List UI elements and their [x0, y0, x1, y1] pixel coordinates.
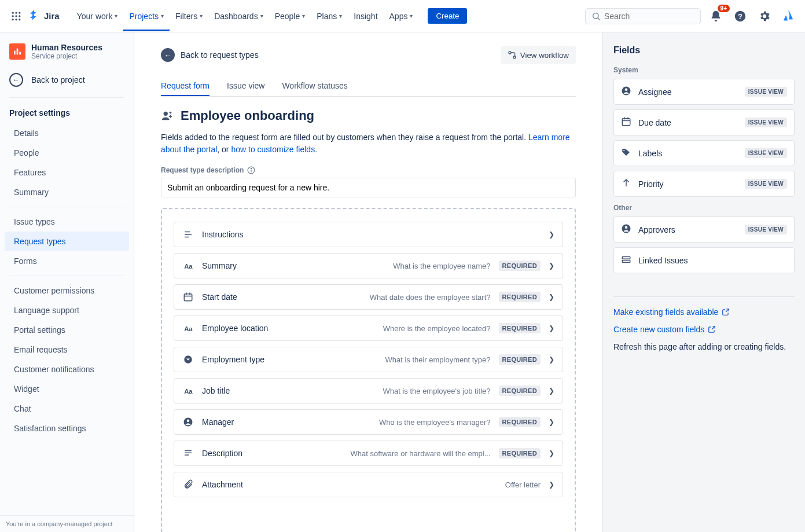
- available-field-labels[interactable]: LabelsISSUE VIEW: [613, 140, 795, 166]
- sidebar-item-email-requests[interactable]: Email requests: [5, 340, 129, 359]
- view-workflow-button[interactable]: View workflow: [501, 46, 576, 64]
- field-description[interactable]: DescriptionWhat software or hardware wil…: [174, 441, 563, 466]
- field-employment-type[interactable]: Employment typeWhat is their employment …: [174, 347, 563, 372]
- create-custom-fields-link[interactable]: Create new custom fields: [613, 325, 795, 334]
- tab-issue-view[interactable]: Issue view: [227, 76, 264, 96]
- chevron-right-icon: ❯: [549, 293, 554, 301]
- nav-people[interactable]: People▾: [269, 8, 311, 24]
- sidebar-item-people[interactable]: People: [5, 143, 129, 163]
- sidebar-item-request-types[interactable]: Request types: [5, 232, 129, 251]
- sidebar-item-customer-permissions[interactable]: Customer permissions: [5, 281, 129, 300]
- field-hint: What is the employee name?: [393, 262, 490, 270]
- search-box[interactable]: [585, 8, 701, 24]
- link-icon: [621, 254, 631, 266]
- chevron-right-icon: ❯: [549, 480, 554, 489]
- field-job-title[interactable]: AaJob titleWhat is the employee's job ti…: [174, 378, 563, 403]
- customize-fields-link[interactable]: how to customize fields: [231, 145, 315, 154]
- field-label: Due date: [638, 118, 671, 127]
- other-section-label: Other: [613, 204, 795, 212]
- make-fields-available-link[interactable]: Make existing fields available: [613, 307, 795, 317]
- svg-rect-15: [19, 52, 21, 55]
- required-badge: REQUIRED: [499, 354, 541, 365]
- help-icon[interactable]: ?: [731, 7, 749, 25]
- sidebar-item-details[interactable]: Details: [5, 123, 129, 143]
- sidebar: Human Resources Service project ← Back t…: [0, 32, 134, 532]
- sidebar-item-portal-settings[interactable]: Portal settings: [5, 320, 129, 340]
- system-section-label: System: [613, 66, 795, 74]
- sidebar-item-customer-notifications[interactable]: Customer notifications: [5, 359, 129, 379]
- nav-apps[interactable]: Apps▾: [384, 8, 419, 24]
- field-summary[interactable]: AaSummaryWhat is the employee name?REQUI…: [174, 253, 563, 278]
- info-icon[interactable]: [247, 166, 255, 174]
- sidebar-item-widget[interactable]: Widget: [5, 379, 129, 399]
- person-icon: [182, 417, 194, 427]
- tab-request-form[interactable]: Request form: [161, 76, 209, 96]
- request-type-icon: [161, 109, 174, 122]
- field-label: Attachment: [202, 480, 243, 489]
- workflow-icon: [508, 50, 517, 60]
- back-to-project-label: Back to project: [31, 75, 85, 85]
- required-badge: REQUIRED: [499, 323, 541, 333]
- field-manager[interactable]: ManagerWho is the employee's manager?REQ…: [174, 409, 563, 435]
- nav-projects[interactable]: Projects▾: [123, 1, 170, 31]
- sidebar-item-issue-types[interactable]: Issue types: [5, 212, 129, 232]
- sidebar-item-chat[interactable]: Chat: [5, 399, 129, 419]
- field-label: Approvers: [638, 225, 675, 234]
- jira-logo[interactable]: Jira: [28, 10, 60, 23]
- available-field-linked-issues[interactable]: Linked Issues: [613, 247, 795, 273]
- nav-filters[interactable]: Filters▾: [170, 8, 208, 24]
- nav-plans[interactable]: Plans▾: [311, 8, 348, 24]
- page-title: Employee onboarding: [181, 108, 314, 123]
- back-to-request-types[interactable]: ← Back to request types: [161, 48, 259, 62]
- description-input[interactable]: [161, 178, 576, 197]
- divider: [9, 97, 124, 98]
- chevron-down-icon: ▾: [200, 13, 203, 19]
- project-header[interactable]: Human Resources Service project: [0, 32, 134, 67]
- nav-dashboards[interactable]: Dashboards▾: [208, 8, 269, 24]
- available-field-assignee[interactable]: AssigneeISSUE VIEW: [613, 79, 795, 105]
- issue-view-badge: ISSUE VIEW: [745, 225, 787, 234]
- atlassian-icon[interactable]: [780, 7, 798, 25]
- text-icon: Aa: [182, 386, 194, 396]
- sidebar-item-summary[interactable]: Summary: [5, 182, 129, 202]
- notifications-badge: 9+: [718, 5, 730, 12]
- field-label: Description: [202, 449, 242, 458]
- notifications-icon[interactable]: 9+: [707, 7, 725, 25]
- field-instructions[interactable]: Instructions❯: [174, 222, 563, 247]
- svg-text:Aa: Aa: [184, 325, 193, 332]
- available-field-due-date[interactable]: Due dateISSUE VIEW: [613, 109, 795, 135]
- field-start-date[interactable]: Start dateWhat date does the employee st…: [174, 284, 563, 310]
- svg-rect-23: [185, 232, 190, 233]
- search-input[interactable]: [604, 12, 694, 21]
- project-settings-title: Project settings: [0, 102, 134, 123]
- sidebar-item-features[interactable]: Features: [5, 163, 129, 182]
- app-switcher-icon[interactable]: [7, 7, 25, 25]
- svg-point-1: [15, 12, 17, 13]
- field-hint: What date does the employee start?: [370, 293, 491, 302]
- nav-insight[interactable]: Insight: [348, 8, 383, 24]
- available-field-approvers[interactable]: ApproversISSUE VIEW: [613, 217, 795, 243]
- back-to-project[interactable]: ← Back to project: [0, 67, 134, 93]
- tag-icon: [621, 147, 631, 159]
- available-field-priority[interactable]: PriorityISSUE VIEW: [613, 171, 795, 197]
- settings-icon[interactable]: [755, 7, 774, 25]
- sidebar-item-forms[interactable]: Forms: [5, 251, 129, 271]
- svg-text:?: ?: [738, 12, 742, 20]
- field-label: Employment type: [202, 355, 264, 364]
- topbar: Jira Your work▾Projects▾Filters▾Dashboar…: [0, 0, 805, 32]
- sidebar-item-language-support[interactable]: Language support: [5, 300, 129, 320]
- field-hint: What is the employee's job title?: [383, 387, 491, 395]
- chevron-right-icon: ❯: [549, 449, 554, 457]
- nav-your-work[interactable]: Your work▾: [71, 8, 124, 24]
- fields-dropzone[interactable]: Instructions❯AaSummaryWhat is the employ…: [161, 208, 576, 532]
- field-attachment[interactable]: AttachmentOffer letter❯: [174, 472, 563, 497]
- svg-point-9: [593, 13, 598, 18]
- field-employee-location[interactable]: AaEmployee locationWhere is the employee…: [174, 315, 563, 341]
- back-arrow-icon: ←: [9, 73, 23, 87]
- jira-logo-icon: [28, 10, 41, 23]
- tab-workflow-statuses[interactable]: Workflow statuses: [282, 76, 347, 96]
- sidebar-item-satisfaction-settings[interactable]: Satisfaction settings: [5, 419, 129, 438]
- create-button[interactable]: Create: [428, 8, 467, 24]
- svg-rect-36: [185, 450, 192, 452]
- field-label: Summary: [202, 261, 237, 270]
